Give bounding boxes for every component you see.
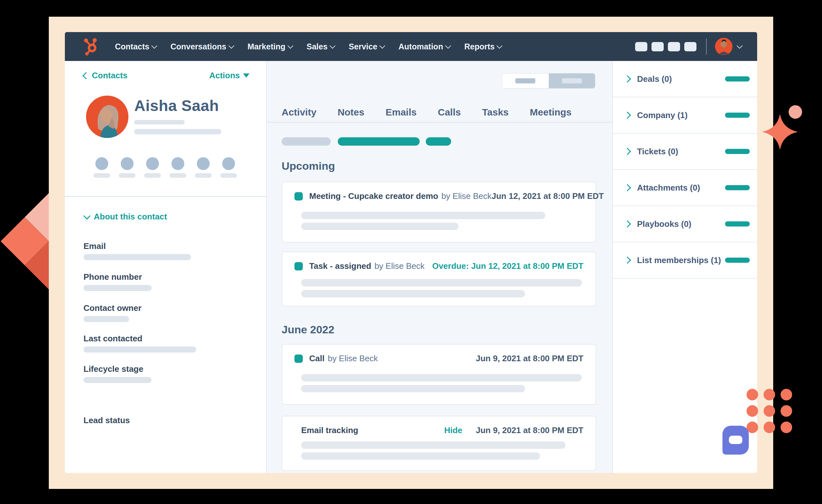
contact-avatar [86,96,128,138]
nav-item-sales[interactable]: Sales [307,42,335,51]
app-window: Contacts Conversations Marketing Sales S… [65,32,757,473]
placeholder-bar [83,346,196,353]
chevron-down-icon [379,43,385,48]
assoc-row-deals[interactable]: Deals (0) [612,61,757,97]
page-canvas: Contacts Conversations Marketing Sales S… [0,0,822,504]
view-toggle-left[interactable] [502,73,549,88]
filter-pill[interactable] [338,137,420,146]
card-header: Call by Elise Beck Jun 9, 2021 at 8:00 P… [295,354,583,363]
assoc-pill [725,149,750,154]
placeholder-bar [195,173,212,178]
assoc-row-tickets[interactable]: Tickets (0) [612,133,757,170]
contact-topbar: Contacts Actions [83,71,250,81]
view-toggle [502,73,595,89]
nav-item-label: Automation [398,42,443,51]
card-header: Meeting - Cupcake creator demo by Elise … [295,191,583,201]
activity-tabs: Activity Notes Emails Calls Tasks Meetin… [267,103,612,123]
placeholder-bar [301,374,582,381]
nav-item-automation[interactable]: Automation [398,42,450,51]
field-label-last-contacted: Last contacted [83,334,142,344]
card-title[interactable]: Call [309,354,325,363]
breadcrumb-back[interactable]: Contacts [83,71,127,81]
tab-tasks[interactable]: Tasks [482,107,509,118]
action-circle-icon [146,157,159,170]
nav-shortcut-icon[interactable] [668,42,680,51]
nav-item-service[interactable]: Service [349,42,384,51]
dot [764,389,775,400]
section-heading-june-2022: June 2022 [282,323,334,336]
nav-shortcut-icon[interactable] [652,42,664,51]
nav-item-label: Sales [307,42,328,51]
assoc-pill [725,221,750,226]
assoc-row-list-memberships[interactable]: List memberships (1) [612,242,757,278]
card-header: Email tracking Hide Jun 9, 2021 at 8:00 … [301,425,583,435]
action-circle-icon [197,157,210,170]
card-title[interactable]: Task - assigned [309,261,371,271]
activity-card-email-tracking: Email tracking Hide Jun 9, 2021 at 8:00 … [282,416,596,471]
chat-widget-button[interactable] [723,426,749,455]
placeholder-bar [562,78,582,83]
chevron-down-icon [330,43,335,48]
section-heading-upcoming: Upcoming [282,160,335,172]
tab-calls[interactable]: Calls [438,107,461,118]
hubspot-logo-icon[interactable] [83,38,100,56]
quick-action-placeholder[interactable] [119,157,135,178]
quick-action-placeholder[interactable] [195,157,212,178]
activity-card-call: Call by Elise Beck Jun 9, 2021 at 8:00 P… [282,344,596,405]
associations-panel: Deals (0) Company (1) Tickets (0) Attach… [612,61,757,473]
quick-action-placeholder[interactable] [220,157,237,178]
card-byline: by Elise Beck [374,261,424,271]
call-type-icon [295,355,303,363]
activity-panel: Activity Notes Emails Calls Tasks Meetin… [267,61,612,473]
dropdown-arrow-icon [243,73,250,78]
nav-item-reports[interactable]: Reports [464,42,501,51]
field-label-contact-owner: Contact owner [83,303,141,313]
assoc-row-company[interactable]: Company (1) [612,97,757,133]
tab-activity[interactable]: Activity [282,107,316,118]
nav-item-label: Contacts [115,42,149,51]
tab-notes[interactable]: Notes [338,107,364,118]
tab-emails[interactable]: Emails [386,107,417,118]
assoc-label: Tickets (0) [637,147,678,157]
user-avatar[interactable] [715,38,732,55]
placeholder-bar [301,279,582,286]
placeholder-bar [93,173,110,178]
filter-pill[interactable] [282,137,331,146]
filter-pill[interactable] [426,137,451,146]
assoc-row-attachments[interactable]: Attachments (0) [612,170,757,206]
quick-action-placeholder[interactable] [169,157,186,178]
placeholder-bar [119,173,135,178]
quick-actions-row [93,157,237,178]
placeholder-bar [169,173,186,178]
view-toggle-right[interactable] [549,73,595,88]
chevron-down-icon [228,43,234,48]
hide-link[interactable]: Hide [444,425,462,435]
placeholder-bar [301,441,565,449]
assoc-label: Company (1) [637,110,688,120]
card-header: Task - assigned by Elise Beck Overdue: J… [295,261,583,271]
placeholder-bar [301,212,545,219]
placeholder-bar [220,173,237,178]
nav-shortcut-icon[interactable] [684,42,697,51]
actions-dropdown[interactable]: Actions [210,71,250,81]
nav-item-marketing[interactable]: Marketing [248,42,293,51]
chevron-down-icon[interactable] [737,43,742,48]
nav-shortcut-icon[interactable] [635,42,647,51]
assoc-pill [725,113,750,118]
contact-name: Aisha Saah [134,97,219,115]
card-title[interactable]: Email tracking [301,425,358,435]
assoc-row-playbooks[interactable]: Playbooks (0) [612,206,757,242]
nav-item-conversations[interactable]: Conversations [170,42,234,51]
nav-item-label: Conversations [170,42,227,51]
top-nav: Contacts Conversations Marketing Sales S… [65,32,757,61]
nav-item-contacts[interactable]: Contacts [115,42,156,51]
tab-meetings[interactable]: Meetings [530,107,571,118]
chevron-right-icon [624,112,631,119]
dot [764,422,775,433]
action-circle-icon [222,157,235,170]
about-this-contact-toggle[interactable]: About this contact [83,212,167,222]
quick-action-placeholder[interactable] [144,157,161,178]
card-title[interactable]: Meeting - Cupcake creator demo [309,191,438,201]
quick-action-placeholder[interactable] [93,157,110,178]
actions-label: Actions [210,71,240,81]
